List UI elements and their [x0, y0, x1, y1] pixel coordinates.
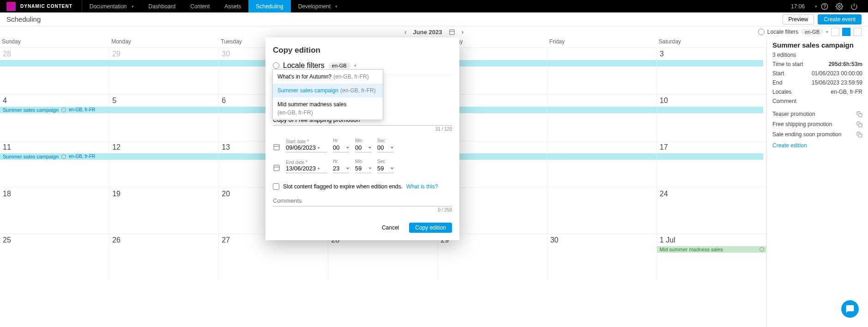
calendar-cell[interactable]: 10: [657, 94, 766, 141]
calendar-cell[interactable]: [548, 48, 657, 94]
campaign-dropdown-item[interactable]: Summer sales campaign (en-GB, fr-FR): [273, 84, 383, 97]
side-locales-label: Locales: [772, 89, 791, 95]
what-is-this-link[interactable]: What is this?: [406, 183, 438, 190]
calendar-cell[interactable]: [548, 141, 657, 188]
end-date-input[interactable]: 13/06/2023▾: [286, 165, 327, 173]
calendar-cell[interactable]: 12: [109, 141, 219, 188]
calendar-cell[interactable]: 19: [109, 188, 219, 234]
copy-icon[interactable]: [856, 121, 862, 127]
copy-icon[interactable]: [856, 132, 862, 138]
side-edition-label: Sale ending soon promotion: [772, 131, 841, 138]
nav-documentation[interactable]: Documentation ▾: [82, 0, 141, 12]
side-edition-item[interactable]: Sale ending soon promotion: [772, 129, 862, 139]
start-min-select[interactable]: 00: [355, 143, 372, 152]
calendar-cell[interactable]: 28: [328, 234, 438, 280]
slot-expire-checkbox[interactable]: [273, 183, 279, 190]
create-event-button[interactable]: Create event: [818, 14, 862, 24]
copy-icon[interactable]: [856, 111, 862, 117]
nav-assets[interactable]: Assets: [217, 0, 248, 12]
prev-month-icon[interactable]: ‹: [404, 28, 407, 36]
side-panel: Summer sales campaign 3 editions Time to…: [766, 37, 868, 327]
calendar-icon[interactable]: [273, 164, 280, 173]
calendar-cell[interactable]: 26: [109, 234, 219, 280]
date-number: 28: [3, 50, 11, 58]
side-edition-item[interactable]: Teaser promotion: [772, 109, 862, 119]
calendar-cell[interactable]: [548, 94, 657, 141]
calendar-cell[interactable]: 11Summer sales campaign en-GB, fr-FR: [0, 141, 109, 188]
side-end-label: End: [772, 79, 782, 86]
calendar-cell[interactable]: 1 JulMid summer madness sales: [657, 234, 766, 280]
slot-expire-label: Slot content flagged to expire when edit…: [283, 183, 403, 190]
end-date-label: End date *: [286, 160, 327, 165]
chevron-down-icon: ▾: [132, 4, 134, 9]
calendar-icon[interactable]: [273, 143, 280, 152]
campaign-dropdown-item[interactable]: What's in for Autumn? (en-GB, fr-FR): [273, 70, 383, 84]
nav-dashboard[interactable]: Dashboard: [141, 0, 183, 12]
calendar-cell[interactable]: 25: [0, 234, 109, 280]
date-number: 24: [660, 190, 668, 198]
power-icon[interactable]: [847, 3, 862, 10]
nav-environment[interactable]: Development ▾: [291, 0, 345, 12]
nav-content[interactable]: Content: [183, 0, 217, 12]
calendar-cell[interactable]: 30: [548, 234, 657, 280]
calendar-cell[interactable]: 17: [657, 141, 766, 188]
view-toggle-3[interactable]: [853, 28, 862, 36]
clock: 17:06: [791, 3, 810, 10]
view-toggle-2[interactable]: [842, 28, 850, 36]
side-edition-label: Free shipping promotion: [772, 121, 832, 127]
side-locales-value: en-GB, fr-FR: [831, 89, 862, 95]
calendar-icon[interactable]: [448, 29, 455, 35]
day-header: Sunday: [0, 38, 109, 45]
end-min-select[interactable]: 59: [355, 164, 372, 173]
end-sec-select[interactable]: 59: [377, 164, 394, 173]
calendar-cell[interactable]: 3: [657, 48, 766, 94]
copy-edition-button[interactable]: Copy edition: [409, 223, 452, 233]
calendar-cell[interactable]: 4Summer sales campaign en-GB, fr-FR: [0, 94, 109, 141]
locale-filter-label: Locale filters: [767, 29, 798, 35]
nav-documentation-label: Documentation: [90, 3, 127, 10]
date-number: 13: [222, 143, 230, 151]
date-number: 11: [3, 143, 11, 151]
side-end-value: 15/06/2023 23:59:59: [812, 79, 862, 86]
calendar-cell[interactable]: 5: [109, 94, 219, 141]
edition-name-counter: 31 / 120: [273, 127, 452, 132]
calendar-cell[interactable]: 29: [438, 234, 548, 280]
nav-environment-label: Development: [298, 3, 331, 10]
calendar-cell[interactable]: 27: [219, 234, 328, 280]
svg-rect-9: [274, 145, 279, 150]
next-month-icon[interactable]: ›: [461, 28, 464, 36]
event-bar-label: Mid summer madness sales: [660, 247, 723, 252]
date-number: 25: [3, 236, 11, 244]
calendar-cell[interactable]: 28: [0, 48, 109, 94]
gear-icon[interactable]: [832, 3, 847, 10]
date-number: 6: [222, 97, 226, 104]
event-bar-label: Summer sales campaign: [3, 154, 59, 159]
calendar-cell[interactable]: 24: [657, 188, 766, 234]
comments-counter: 0 / 250: [273, 207, 452, 212]
preview-button[interactable]: Preview: [783, 14, 814, 24]
nav-scheduling[interactable]: Scheduling: [248, 0, 290, 12]
chevron-down-icon: ▾: [826, 30, 828, 34]
help-icon[interactable]: [817, 3, 832, 10]
calendar-cell[interactable]: 18: [0, 188, 109, 234]
brand-wrap: DYNAMIC CONTENT: [6, 0, 82, 12]
comments-input[interactable]: [273, 195, 452, 206]
date-number: 19: [112, 190, 121, 198]
chat-widget[interactable]: [841, 300, 859, 318]
calendar-cell[interactable]: [548, 188, 657, 234]
view-toggle-1[interactable]: [831, 28, 839, 36]
side-edition-item[interactable]: Free shipping promotion: [772, 119, 862, 129]
start-sec-select[interactable]: 00: [377, 143, 394, 152]
event-bar-mid-summer[interactable]: Mid summer madness sales: [657, 246, 766, 253]
cancel-button[interactable]: Cancel: [376, 223, 404, 233]
locale-filter[interactable]: Locale filters en-GB ▾: [758, 28, 862, 36]
create-edition-link[interactable]: Create edition: [772, 142, 862, 149]
campaign-dropdown-item[interactable]: Mid summer madness sales (en-GB, fr-FR): [273, 97, 383, 120]
calendar-cell[interactable]: 29: [109, 48, 219, 94]
date-number: 30: [222, 50, 230, 58]
start-date-input[interactable]: 09/06/2023▾: [286, 144, 327, 152]
start-hr-select[interactable]: 00: [333, 143, 350, 152]
day-header: Saturday: [657, 38, 766, 45]
event-bar-locale: en-GB, fr-FR: [69, 154, 95, 159]
end-hr-select[interactable]: 23: [333, 164, 350, 173]
